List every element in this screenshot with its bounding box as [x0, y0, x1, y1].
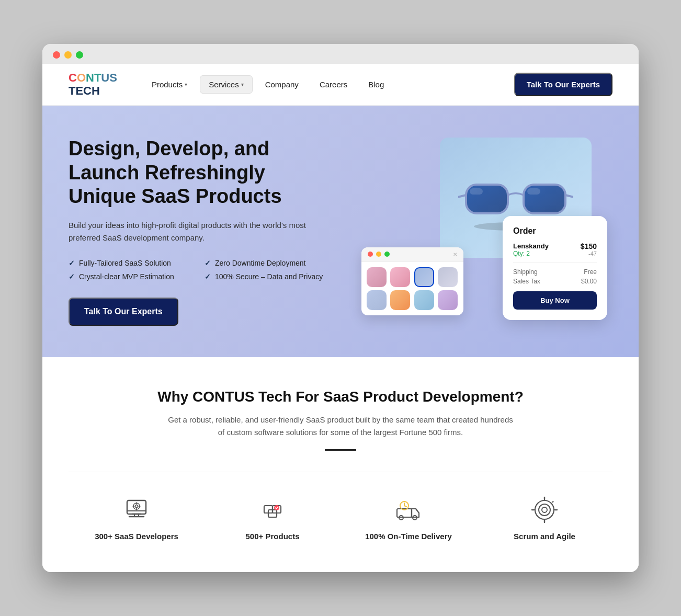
agile-icon: [528, 493, 561, 527]
swatch-4[interactable]: [438, 267, 458, 287]
order-product-row: Lenskandy Qty: 2 $150 -47: [513, 242, 597, 257]
products-icon: [256, 493, 289, 527]
order-discount: -47: [581, 250, 597, 257]
hero-cta-button[interactable]: Talk To Our Experts: [69, 298, 178, 326]
cp-green-dot[interactable]: [384, 252, 390, 257]
nav-careers[interactable]: Careers: [311, 76, 356, 93]
developers-icon: [120, 493, 153, 527]
order-product-name: Lenskandy: [513, 242, 549, 250]
why-title: Why CONTUS Tech For SaaS Product Develop…: [69, 389, 612, 405]
svg-line-4: [565, 195, 573, 198]
cp-close-icon[interactable]: ✕: [453, 252, 457, 257]
color-swatch-grid: [361, 262, 463, 315]
nav-links: Products ▾ Services ▾ Company Careers Bl…: [143, 75, 498, 94]
order-title: Order: [513, 226, 597, 236]
svg-point-30: [542, 507, 547, 512]
stat-products: 500+ Products: [205, 483, 340, 551]
order-card: Order Lenskandy Qty: 2 $150 -47 Shipping…: [503, 216, 607, 320]
svg-line-27: [404, 506, 406, 507]
nav-services[interactable]: Services ▾: [200, 75, 253, 94]
feature-4: ✓ 100% Secure – Data and Privacy: [205, 272, 330, 281]
hero-title: Design, Develop, and Launch Refreshingly…: [69, 137, 330, 209]
why-divider: [325, 449, 356, 451]
hero-subtitle: Build your ideas into high-profit digita…: [69, 219, 320, 244]
nav-products[interactable]: Products ▾: [143, 76, 196, 93]
order-tax-row: Sales Tax $0.00: [513, 278, 597, 285]
svg-point-21: [274, 505, 279, 510]
swatch-3[interactable]: [414, 267, 434, 287]
cp-red-dot[interactable]: [368, 252, 373, 257]
stat-delivery: 100% On-Time Delivery: [340, 483, 476, 551]
svg-point-29: [539, 504, 550, 516]
svg-line-3: [458, 195, 466, 198]
check-icon-2: ✓: [205, 259, 211, 267]
shipping-label: Shipping: [513, 268, 538, 276]
logo-tech: TECH: [69, 85, 117, 97]
stat-agile: Scrum and Agile: [476, 483, 612, 551]
feature-3: ✓ Crystal-clear MVP Estimation: [69, 272, 194, 281]
swatch-8[interactable]: [438, 290, 458, 310]
hero-section: Design, Develop, and Launch Refreshingly…: [42, 106, 639, 357]
services-chevron-icon: ▾: [241, 82, 244, 87]
swatch-2[interactable]: [390, 267, 410, 287]
browser-window: CONTUS TECH Products ▾ Services ▾ Compan…: [42, 44, 639, 572]
why-section: Why CONTUS Tech For SaaS Product Develop…: [42, 357, 639, 572]
tax-label: Sales Tax: [513, 278, 540, 285]
stats-row: 300+ SaaS Developers 500+ Products: [69, 472, 612, 551]
order-qty: Qty: 2: [513, 250, 549, 257]
check-icon-1: ✓: [69, 259, 75, 267]
navbar: CONTUS TECH Products ▾ Services ▾ Compan…: [42, 64, 639, 106]
buy-now-button[interactable]: Buy Now: [513, 291, 597, 310]
order-divider: [513, 263, 597, 263]
minimize-button[interactable]: [64, 51, 72, 59]
swatch-5[interactable]: [367, 290, 387, 310]
hero-visual: Order Lenskandy Qty: 2 $150 -47 Shipping…: [351, 138, 612, 326]
tax-value: $0.00: [581, 278, 597, 285]
feature-1: ✓ Fully-Tailored SaaS Solution: [69, 259, 194, 267]
feature-2: ✓ Zero Downtime Deployment: [205, 259, 330, 267]
stat-agile-label: Scrum and Agile: [514, 532, 575, 541]
nav-cta-button[interactable]: Talk To Our Experts: [514, 73, 612, 96]
logo[interactable]: CONTUS TECH: [69, 72, 117, 97]
svg-rect-6: [527, 188, 540, 195]
browser-chrome: [42, 44, 639, 64]
svg-point-13: [135, 505, 138, 507]
features-list: ✓ Fully-Tailored SaaS Solution ✓ Zero Do…: [69, 259, 330, 281]
hero-content: Design, Develop, and Launch Refreshingly…: [69, 137, 330, 326]
stat-products-label: 500+ Products: [246, 532, 300, 541]
check-icon-3: ✓: [69, 272, 75, 281]
swatch-1[interactable]: [367, 267, 387, 287]
svg-rect-5: [470, 188, 483, 195]
nav-blog[interactable]: Blog: [360, 76, 392, 93]
stat-developers: 300+ SaaS Developers: [69, 483, 205, 551]
why-subtitle: Get a robust, reliable, and user-friendl…: [168, 414, 513, 439]
color-picker-header: ✕: [361, 247, 463, 262]
delivery-icon: [392, 493, 425, 527]
products-chevron-icon: ▾: [185, 82, 187, 87]
close-button[interactable]: [53, 51, 60, 59]
swatch-6[interactable]: [390, 290, 410, 310]
stat-developers-label: 300+ SaaS Developers: [95, 532, 178, 541]
maximize-button[interactable]: [76, 51, 83, 59]
stat-delivery-label: 100% On-Time Delivery: [365, 532, 452, 541]
color-picker-card: ✕: [361, 247, 463, 315]
swatch-7[interactable]: [414, 290, 434, 310]
order-shipping-row: Shipping Free: [513, 268, 597, 276]
check-icon-4: ✓: [205, 272, 211, 281]
order-price: $150: [581, 242, 597, 250]
cp-yellow-dot[interactable]: [376, 252, 381, 257]
nav-company[interactable]: Company: [257, 76, 307, 93]
svg-point-28: [535, 500, 554, 519]
shipping-value: Free: [584, 268, 597, 276]
